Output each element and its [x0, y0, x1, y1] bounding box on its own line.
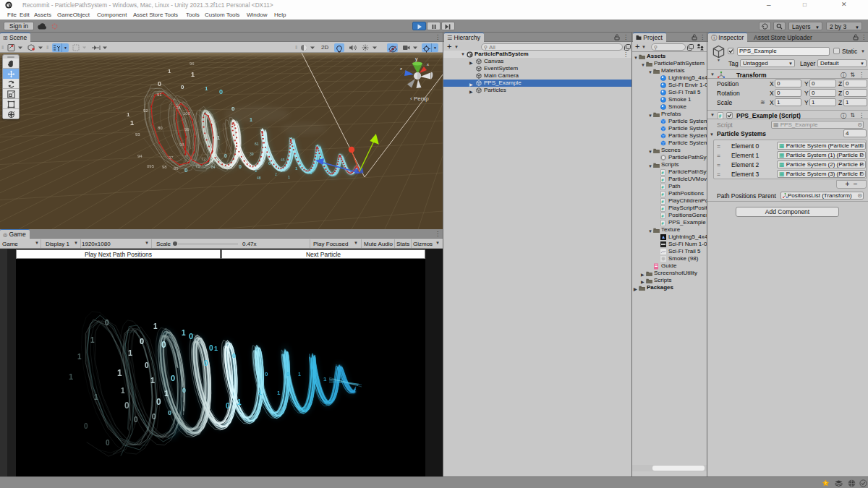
svg-text:1: 1: [288, 175, 290, 179]
svg-text:1: 1: [214, 345, 218, 352]
svg-text:39: 39: [250, 152, 254, 156]
svg-text:0: 0: [204, 359, 208, 367]
svg-text:x: x: [427, 62, 429, 67]
svg-text:0: 0: [171, 374, 175, 382]
svg-text:74: 74: [203, 133, 208, 137]
svg-text:45: 45: [281, 158, 285, 162]
svg-text:48: 48: [257, 176, 261, 180]
svg-text:0: 0: [286, 371, 290, 377]
svg-text:84: 84: [211, 165, 216, 169]
svg-text:0: 0: [184, 167, 188, 174]
svg-text:1: 1: [205, 85, 208, 92]
svg-text:0: 0: [219, 88, 223, 95]
svg-text:0: 0: [189, 332, 193, 341]
svg-text:1: 1: [127, 111, 130, 118]
svg-text:37: 37: [265, 147, 270, 151]
svg-text:0: 0: [168, 409, 171, 416]
svg-text:z: z: [400, 67, 402, 71]
svg-text:100: 100: [183, 111, 191, 116]
svg-text:1: 1: [153, 322, 158, 330]
svg-text:80: 80: [158, 126, 163, 130]
svg-text:y: y: [415, 56, 418, 62]
svg-text:0: 0: [231, 106, 235, 112]
svg-text:78: 78: [176, 106, 181, 110]
svg-text:1: 1: [277, 390, 281, 396]
svg-text:0: 0: [232, 352, 236, 359]
svg-text:75: 75: [210, 119, 215, 124]
svg-text:0: 0: [239, 164, 242, 169]
svg-text:0: 0: [156, 397, 161, 407]
svg-text:89: 89: [174, 166, 179, 171]
svg-text:1: 1: [250, 117, 252, 122]
svg-text:0: 0: [140, 337, 144, 346]
svg-text:1: 1: [258, 389, 262, 396]
svg-text:98: 98: [162, 165, 167, 169]
svg-text:1: 1: [121, 387, 125, 395]
svg-text:‹ Persp: ‹ Persp: [410, 95, 429, 102]
svg-text:94: 94: [137, 154, 142, 158]
svg-text:0: 0: [209, 344, 213, 352]
svg-text:91: 91: [157, 93, 162, 97]
svg-text:96: 96: [190, 61, 195, 66]
svg-text:0: 0: [106, 439, 110, 447]
svg-text:1: 1: [77, 353, 82, 361]
svg-text:0: 0: [265, 371, 268, 377]
svg-text:#: #: [719, 113, 722, 118]
svg-text:0: 0: [182, 387, 186, 394]
svg-text:73: 73: [206, 146, 211, 150]
svg-text:1: 1: [69, 372, 73, 381]
svg-text:0: 0: [161, 340, 166, 350]
svg-text:0: 0: [84, 422, 88, 430]
svg-text:93: 93: [135, 132, 140, 137]
svg-text:1: 1: [130, 119, 134, 127]
svg-text:0: 0: [158, 80, 161, 87]
svg-text:0: 0: [224, 153, 227, 158]
svg-text:1: 1: [237, 398, 242, 406]
svg-text:1: 1: [217, 135, 220, 140]
svg-text:1: 1: [128, 348, 132, 357]
svg-text:0: 0: [181, 84, 184, 90]
svg-text:0: 0: [226, 402, 230, 410]
svg-text:0: 0: [134, 416, 138, 424]
svg-text:1: 1: [94, 393, 98, 401]
svg-text:1: 1: [164, 389, 169, 398]
svg-text:1: 1: [323, 376, 327, 382]
svg-text:0: 0: [124, 401, 129, 411]
svg-text:99: 99: [184, 127, 190, 132]
svg-text:71: 71: [195, 164, 200, 168]
svg-text:1: 1: [191, 71, 195, 78]
svg-text:1: 1: [168, 68, 171, 74]
svg-text:97: 97: [169, 155, 174, 160]
svg-text:1: 1: [117, 368, 122, 378]
svg-text:72: 72: [201, 157, 206, 161]
svg-text:0: 0: [145, 361, 149, 369]
svg-text:1: 1: [295, 166, 298, 171]
svg-text:0: 0: [152, 413, 156, 421]
svg-text:92: 92: [143, 108, 148, 113]
svg-text:2: 2: [275, 172, 277, 176]
svg-text:98: 98: [179, 142, 184, 147]
svg-text:1: 1: [182, 329, 186, 337]
svg-text:095: 095: [147, 164, 155, 168]
svg-text:1: 1: [90, 336, 95, 344]
svg-text:1: 1: [150, 376, 155, 385]
svg-text:1: 1: [298, 372, 301, 377]
svg-text:61: 61: [255, 142, 259, 146]
svg-text:0: 0: [105, 319, 109, 327]
